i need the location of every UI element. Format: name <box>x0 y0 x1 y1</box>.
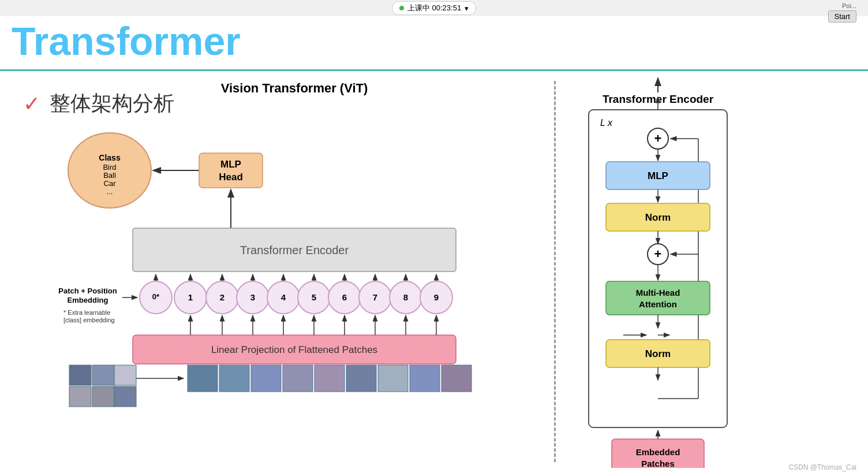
svg-text:7: 7 <box>373 292 377 302</box>
svg-rect-8 <box>199 153 263 188</box>
svg-rect-71 <box>92 365 114 385</box>
svg-text:1: 1 <box>188 292 193 302</box>
svg-text:Norm: Norm <box>645 212 671 223</box>
top-bar: 上课中 00:23:51 ▾ <box>0 0 868 16</box>
svg-text:[class] embedding: [class] embedding <box>63 317 115 323</box>
svg-text:...: ... <box>107 187 113 196</box>
svg-rect-64 <box>283 365 313 392</box>
svg-text:Car: Car <box>104 179 117 188</box>
svg-rect-68 <box>410 365 440 392</box>
poi-label: Poi... <box>842 2 856 9</box>
svg-text:Head: Head <box>219 172 243 183</box>
svg-rect-98 <box>606 281 710 315</box>
svg-text:Transformer Encoder: Transformer Encoder <box>240 244 349 256</box>
svg-text:2: 2 <box>220 292 225 302</box>
svg-rect-65 <box>315 365 345 392</box>
svg-rect-70 <box>69 365 91 385</box>
svg-text:Embedded: Embedded <box>636 447 680 457</box>
svg-rect-69 <box>442 365 472 392</box>
svg-text:+: + <box>654 247 662 261</box>
svg-text:5: 5 <box>312 292 316 302</box>
start-button[interactable]: Start <box>828 10 856 23</box>
svg-rect-66 <box>346 365 376 392</box>
svg-rect-74 <box>92 386 114 407</box>
teal-divider <box>0 69 868 71</box>
svg-text:Attention: Attention <box>639 299 677 309</box>
svg-text:4: 4 <box>281 292 286 302</box>
svg-text:MLP: MLP <box>648 170 668 181</box>
svg-text:Vision Transformer (ViT): Vision Transformer (ViT) <box>221 81 368 95</box>
main-title: Transformer <box>12 18 241 64</box>
svg-text:Patches: Patches <box>641 459 675 468</box>
section-divider <box>554 81 556 462</box>
svg-text:Ball: Ball <box>103 171 116 180</box>
svg-text:9: 9 <box>434 292 439 302</box>
status-dot <box>399 6 404 10</box>
svg-text:8: 8 <box>403 292 408 302</box>
svg-text:Linear Projection of Flattened: Linear Projection of Flattened Patches <box>211 344 377 355</box>
svg-text:Class: Class <box>99 153 121 162</box>
svg-text:Norm: Norm <box>645 348 671 359</box>
svg-text:Embedding: Embedding <box>68 296 108 304</box>
svg-text:6: 6 <box>342 292 347 302</box>
csdn-watermark: CSDN @Thomas_Cai <box>788 463 856 471</box>
svg-rect-67 <box>378 365 408 392</box>
svg-text:0*: 0* <box>152 292 160 301</box>
svg-text:L x: L x <box>600 118 613 128</box>
svg-text:MLP: MLP <box>220 159 241 170</box>
svg-text:Bird: Bird <box>103 163 116 172</box>
svg-text:+: + <box>654 131 662 146</box>
svg-rect-73 <box>69 386 91 407</box>
vit-diagram: Vision Transformer (ViT) Class Bird Ball… <box>35 75 554 410</box>
svg-text:* Extra learnable: * Extra learnable <box>63 309 110 316</box>
svg-text:Patch + Position: Patch + Position <box>58 287 117 295</box>
svg-rect-63 <box>251 365 281 392</box>
svg-rect-75 <box>114 386 136 407</box>
svg-rect-72 <box>114 365 136 385</box>
status-pill: 上课中 00:23:51 ▾ <box>392 1 476 15</box>
status-text: 上课中 00:23:51 <box>407 3 461 13</box>
dropdown-arrow[interactable]: ▾ <box>465 4 469 13</box>
te-right-diagram: Transformer Encoder L x + MLP Norm + Mul… <box>571 75 744 468</box>
start-btn-area: Poi... Start <box>828 2 856 23</box>
svg-text:Multi-Head: Multi-Head <box>636 288 680 298</box>
svg-text:3: 3 <box>250 292 255 302</box>
svg-rect-61 <box>188 365 218 392</box>
svg-rect-62 <box>219 365 249 392</box>
